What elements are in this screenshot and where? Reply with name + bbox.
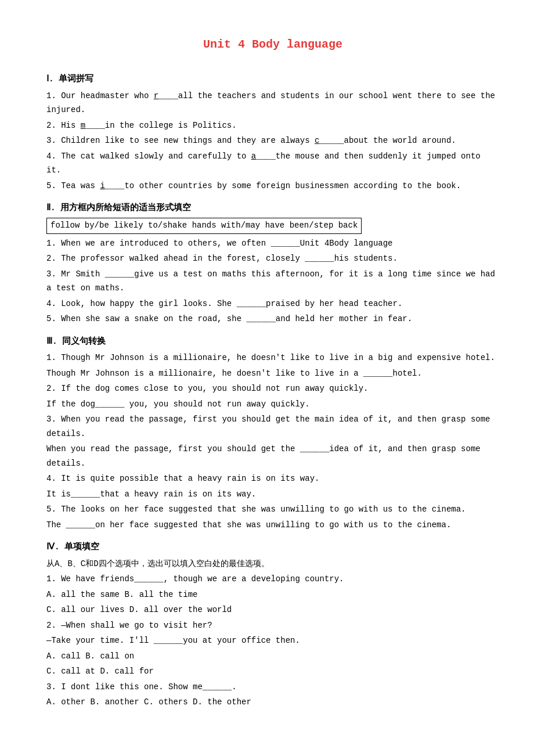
section-1-heading: Ⅰ. 单词拼写 xyxy=(46,72,499,87)
section-4-item-3-question: 3. I don​t like this one. Show me______. xyxy=(46,680,499,694)
section-4-item-3-options: A. other B. another C. others D. the oth… xyxy=(46,695,499,710)
section-4-heading: Ⅳ. 单项填空 xyxy=(46,540,499,555)
section-1-item-5: 5. Tea was i____to other countries by so… xyxy=(46,179,499,193)
section-3-item-5-original: 5. The looks on her face suggested that … xyxy=(46,502,499,517)
section-3-item-1-rewrite: Though Mr Johnson is a millionaire, he d… xyxy=(46,366,499,381)
section-3-item-3-original: 3. When you read the passage, first you … xyxy=(46,412,499,441)
section-3-item-5-rewrite: The ______on her face suggested that she… xyxy=(46,518,499,532)
section-2-item-5: 5. When she saw a snake on the road, she… xyxy=(46,312,499,326)
section-3-heading: Ⅲ. 同义句转换 xyxy=(46,334,499,349)
section-3-item-2-original: 2. If the dog comes close to you, you sh… xyxy=(46,381,499,396)
section-2-item-2: 2. The professor walked ahead in the for… xyxy=(46,251,499,266)
section-3-item-2-rewrite: If the dog______ you, you should not run… xyxy=(46,397,499,412)
section-3-item-4-original: 4. It is quite possible that a heavy rai… xyxy=(46,471,499,486)
section-4-item-1-options-cd: C. all our lives D. all over the world xyxy=(46,603,499,617)
section-4-intro: 从A、B、C和D四个选项中，选出可以填入空白处的最佳选项。 xyxy=(46,557,499,571)
section-1-item-3: 3. Children like to see new things and t… xyxy=(46,134,499,148)
section-4-item-1-options-ab: A. all the same B. all the time xyxy=(46,588,499,602)
section-1-item-2: 2. His m____in the college is Politics. xyxy=(46,118,499,133)
section-4-item-1-question: 1. We have friends______, though we are … xyxy=(46,572,499,586)
section-3-item-1-original: 1. Though Mr Johnson is a millionaire, h… xyxy=(46,351,499,365)
section-1: Ⅰ. 单词拼写 1. Our headmaster who r____all t… xyxy=(46,72,499,193)
section-2-heading: Ⅱ. 用方框内所给短语的适当形式填空 xyxy=(46,201,499,215)
section-2: Ⅱ. 用方框内所给短语的适当形式填空 follow by/be likely t… xyxy=(46,201,499,326)
section-2-item-4: 4. Look, how happy the girl looks. She _… xyxy=(46,297,499,311)
section-1-item-4: 4. The cat walked slowly and carefully t… xyxy=(46,149,499,178)
section-4-item-2-options-ab: A. call B. call on xyxy=(46,649,499,664)
page-title: Unit 4 Body language xyxy=(46,35,499,55)
section-4-item-2-q1: 2. —When shall we go to visit her? xyxy=(46,618,499,633)
section-4-item-2-options-cd: C. call at D. call for xyxy=(46,664,499,679)
section-2-item-1: 1. When we are introduced to others, we … xyxy=(46,236,499,251)
section-4: Ⅳ. 单项填空 从A、B、C和D四个选项中，选出可以填入空白处的最佳选项。 1.… xyxy=(46,540,499,710)
section-2-box: follow by/be likely to/shake hands with/… xyxy=(46,218,362,234)
section-2-item-3: 3. Mr Smith ______give us a test on math… xyxy=(46,267,499,296)
section-3: Ⅲ. 同义句转换 1. Though Mr Johnson is a milli… xyxy=(46,334,499,532)
section-4-item-2-q2: —Take your time. I'll ______you at your … xyxy=(46,633,499,648)
section-3-item-3-rewrite: When you read the passage, first you sho… xyxy=(46,442,499,470)
section-1-item-1: 1. Our headmaster who r____all the teach… xyxy=(46,89,499,117)
section-3-item-4-rewrite: It is______that a heavy rain is on its w… xyxy=(46,487,499,502)
